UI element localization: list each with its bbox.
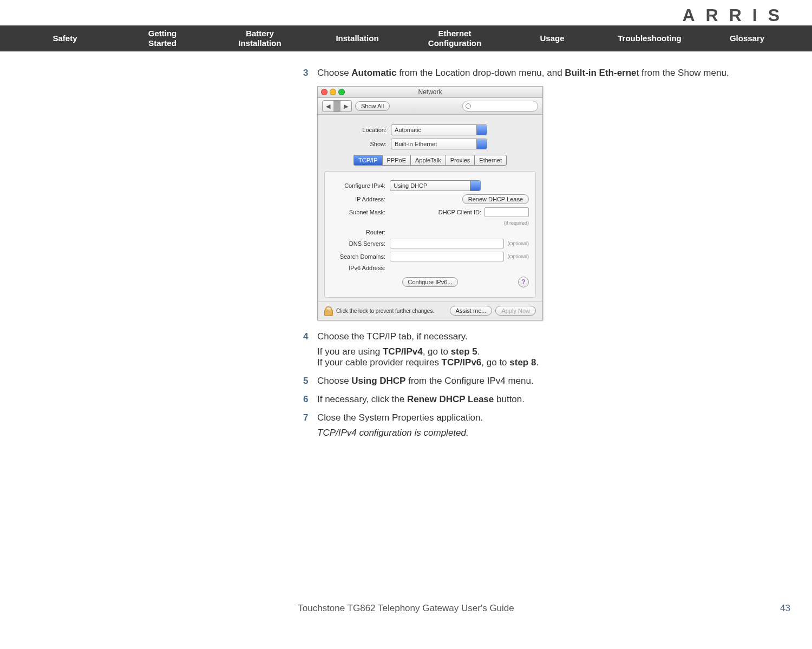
bold-text: TCP/IPv6	[442, 357, 482, 368]
page-number: 43	[780, 603, 790, 614]
search-input[interactable]	[462, 101, 538, 112]
tab-pppoe[interactable]: PPPoE	[382, 155, 410, 166]
text: .	[477, 346, 480, 357]
text: from the Configure IPv4 menu.	[405, 376, 533, 386]
step-text: Choose Automatic from the Location drop-…	[317, 68, 790, 78]
show-all-button[interactable]: Show All	[355, 101, 390, 111]
ip-address-label: IP Address:	[331, 196, 390, 202]
nav-battery-installation[interactable]: Battery Installation	[211, 29, 309, 48]
dns-servers-input[interactable]	[390, 239, 504, 248]
select-value: Built-in Ethernet	[395, 141, 437, 147]
dns-servers-label: DNS Servers:	[331, 240, 390, 247]
text: t from the Show menu.	[637, 68, 729, 78]
window-toolbar: ◀ ▶ Show All	[318, 98, 542, 115]
close-icon[interactable]	[321, 89, 328, 95]
search-domains-input[interactable]	[390, 252, 504, 261]
step-6: 6 If necessary, click the Renew DHCP Lea…	[303, 394, 790, 405]
apply-now-button[interactable]: Apply Now	[495, 306, 536, 316]
step-text: Close the System Properties application.…	[317, 412, 790, 438]
back-arrow-icon[interactable]: ◀	[323, 103, 333, 110]
tab-proxies[interactable]: Proxies	[446, 155, 475, 166]
renew-dhcp-lease-button[interactable]: Renew DHCP Lease	[462, 194, 529, 204]
step-number: 5	[303, 376, 317, 386]
window-title: Network	[418, 88, 442, 96]
text: Choose the TCP/IP tab, if necessary.	[317, 331, 790, 342]
step-7: 7 Close the System Properties applicatio…	[303, 412, 790, 438]
nav-getting-started[interactable]: Getting Started	[114, 29, 211, 48]
text: Close the System Properties application.	[317, 412, 790, 423]
bold-text: Using DHCP	[351, 376, 405, 386]
text: If you are using	[317, 346, 383, 357]
macos-network-window: Network ◀ ▶ Show All Location: Automatic…	[317, 86, 543, 320]
optional-note: (Optional)	[507, 254, 529, 259]
router-label: Router:	[331, 229, 390, 235]
minimize-icon[interactable]	[330, 89, 336, 95]
tab-ethernet[interactable]: Ethernet	[474, 155, 507, 166]
show-select[interactable]: Built-in Ethernet	[391, 139, 487, 149]
bold-text: TCP/IPv4	[383, 346, 423, 357]
traffic-lights	[321, 89, 345, 95]
nav-installation[interactable]: Installation	[309, 34, 406, 43]
configure-ipv6-button[interactable]: Configure IPv6...	[402, 277, 459, 287]
lock-text: Click the lock to prevent further change…	[336, 308, 450, 314]
nav-safety[interactable]: Safety	[16, 34, 114, 43]
text: button.	[494, 394, 525, 404]
dhcp-client-id-label: DHCP Client ID:	[438, 209, 481, 215]
tab-appletalk[interactable]: AppleTalk	[410, 155, 446, 166]
nav-usage[interactable]: Usage	[503, 34, 601, 43]
assist-me-button[interactable]: Assist me...	[450, 306, 493, 316]
step-5: 5 Choose Using DHCP from the Configure I…	[303, 376, 790, 386]
text: If your cable provider requires	[317, 357, 442, 368]
text: from the Location drop-down menu, and	[396, 68, 565, 78]
nav-glossary[interactable]: Glossary	[698, 34, 796, 43]
page-content: 3 Choose Automatic from the Location dro…	[0, 51, 812, 451]
step-3: 3 Choose Automatic from the Location dro…	[303, 68, 790, 78]
step-number: 4	[303, 331, 317, 368]
bold-text: Built-in Eth-erne	[565, 68, 636, 78]
select-value: Using DHCP	[394, 182, 427, 189]
text: Choose	[317, 68, 351, 78]
configure-ipv4-label: Configure IPv4:	[331, 182, 390, 189]
page-footer: Touchstone TG862 Telephony Gateway User'…	[0, 603, 812, 630]
step-text: Choose the TCP/IP tab, if necessary. If …	[317, 331, 790, 368]
step-number: 6	[303, 394, 317, 405]
if-required-note: (if required)	[331, 220, 529, 226]
text: Choose	[317, 376, 351, 386]
ipv6-address-label: IPv6 Address:	[331, 265, 390, 271]
step-number: 3	[303, 68, 317, 78]
footer-title: Touchstone TG862 Telephony Gateway User'…	[22, 603, 790, 614]
lock-bar: Click the lock to prevent further change…	[318, 301, 542, 320]
tab-bar: TCP/IP PPPoE AppleTalk Proxies Ethernet	[324, 155, 536, 166]
bold-text: step 5	[451, 346, 477, 357]
configure-ipv4-select[interactable]: Using DHCP	[390, 180, 481, 191]
help-icon[interactable]: ?	[518, 277, 529, 287]
show-label: Show:	[324, 141, 391, 147]
zoom-icon[interactable]	[338, 89, 345, 95]
dhcp-client-id-input[interactable]	[484, 207, 529, 217]
search-domains-label: Search Domains:	[331, 253, 390, 260]
nav-ethernet-configuration[interactable]: Ethernet Configuration	[406, 29, 503, 48]
text: , go to	[423, 346, 451, 357]
select-value: Automatic	[395, 127, 421, 133]
bold-text: step 8	[509, 357, 536, 368]
text: , go to	[481, 357, 509, 368]
step-text: If necessary, click the Renew DHCP Lease…	[317, 394, 790, 405]
text: .	[536, 357, 539, 368]
step-4: 4 Choose the TCP/IP tab, if necessary. I…	[303, 331, 790, 368]
location-select[interactable]: Automatic	[391, 124, 487, 135]
brand-logo: ARRIS	[0, 0, 812, 25]
subnet-mask-label: Subnet Mask:	[331, 209, 390, 215]
back-forward-buttons[interactable]: ◀ ▶	[322, 100, 352, 112]
tab-tcpip[interactable]: TCP/IP	[353, 155, 382, 166]
window-titlebar: Network	[318, 87, 542, 98]
nav-troubleshooting[interactable]: Troubleshooting	[601, 34, 698, 43]
bold-text: Renew DHCP Lease	[407, 394, 494, 404]
forward-arrow-icon[interactable]: ▶	[340, 103, 351, 110]
tcpip-panel: Configure IPv4: Using DHCP IP Address: R…	[324, 171, 536, 298]
bold-text: Automatic	[351, 68, 396, 78]
step-number: 7	[303, 412, 317, 438]
top-nav: Safety Getting Started Battery Installat…	[0, 25, 812, 51]
lock-icon[interactable]	[324, 306, 332, 315]
location-label: Location:	[324, 127, 391, 133]
text: If necessary, click the	[317, 394, 407, 404]
